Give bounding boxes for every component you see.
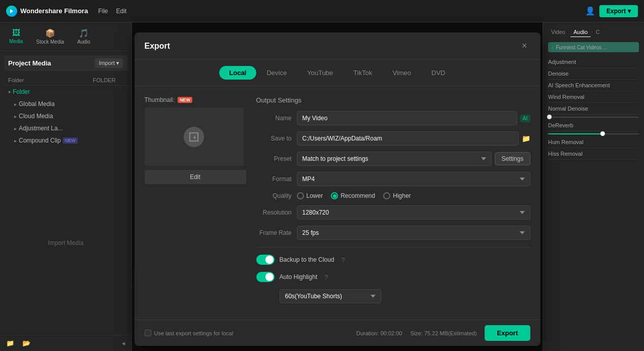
panel-tab-audio[interactable]: Audio (570, 27, 591, 37)
resolution-select[interactable]: 1280x720 (297, 205, 530, 220)
sidebar-item-adjustment-layer[interactable]: ▸ Adjustment La... (4, 122, 127, 134)
panel-tabs: Video Audio C (548, 27, 639, 37)
top-bar: Wondershare Filmora File Edit 👤 Export ▾ (0, 0, 644, 22)
last-export-label: Use last export settings for local (154, 330, 233, 336)
effect-hiss-removal[interactable]: Hiss Removal (548, 148, 639, 160)
effect-hum-removal[interactable]: Hum Removal (548, 136, 639, 148)
de-reverb-slider[interactable] (548, 131, 639, 136)
name-label: Name (256, 115, 292, 122)
audio-note-icon: ♪ (551, 44, 554, 50)
media-tab-icon: 🖼 (12, 28, 20, 38)
tab-media[interactable]: 🖼 Media (4, 26, 28, 47)
frame-rate-select[interactable]: 25 fps (297, 226, 530, 240)
effect-de-reverb[interactable]: DeReverb (548, 120, 639, 131)
name-input-group: AI (297, 111, 530, 125)
tab-stock-media[interactable]: 📦 Stock Media (31, 26, 69, 47)
app-name: Wondershare Filmora (20, 7, 88, 15)
left-panel-toolbar: 📁 📂 ◂ (0, 335, 131, 351)
slider-thumb-2[interactable] (600, 131, 605, 136)
save-to-label: Save to (256, 135, 292, 142)
user-icon[interactable]: 👤 (585, 6, 595, 16)
tab-dvd[interactable]: DVD (421, 66, 455, 80)
tab-audio[interactable]: 🎵 Audio (72, 26, 95, 47)
close-dialog-button[interactable]: × (519, 40, 530, 52)
center-area: ↩ ↪ 🗑 ⊞ 00:00:00 00:00:05:0 Funniest Cat… (132, 22, 543, 351)
quality-options: Lower Recommend Higher (297, 192, 411, 199)
sidebar-item-folder[interactable]: ▾ Folder (4, 86, 127, 98)
slider-fill-2 (548, 133, 602, 134)
toggle-knob-2 (265, 273, 274, 281)
menu-edit[interactable]: Edit (116, 8, 127, 15)
resolution-label: Resolution (256, 209, 292, 216)
format-select[interactable]: MP4 (297, 172, 530, 186)
backup-toggle[interactable] (256, 255, 275, 265)
frame-rate-row: Frame Rate 25 fps (256, 226, 530, 240)
tab-device[interactable]: Device (256, 66, 297, 80)
chevron-down-icon: ▾ (8, 89, 11, 95)
effect-denoise[interactable]: Denoise (548, 68, 639, 80)
edit-thumbnail-button[interactable]: Edit (145, 170, 246, 184)
dialog-body: Thumbnail: NEW Edit (134, 86, 540, 320)
export-top-button[interactable]: Export ▾ (599, 5, 638, 17)
effect-normal-denoise[interactable]: Normal Denoise (548, 103, 639, 115)
save-to-input-group: 📁 (297, 131, 530, 146)
effect-adjustment[interactable]: Adjustment (548, 56, 639, 68)
save-to-input[interactable] (297, 131, 519, 146)
auto-highlight-help-icon[interactable]: ? (324, 273, 328, 281)
radio-recommend[interactable] (331, 192, 338, 199)
chevron-right-icon: ▸ (14, 114, 17, 119)
import-button[interactable]: Import ▾ (95, 58, 123, 68)
new-badge: NEW (178, 97, 192, 103)
name-input[interactable] (297, 111, 518, 125)
settings-button[interactable]: Settings (495, 152, 530, 165)
tab-vimeo[interactable]: Vimeo (382, 66, 421, 80)
stock-tab-icon: 📦 (45, 28, 55, 38)
quality-recommend[interactable]: Recommend (331, 192, 375, 199)
last-export-checkbox[interactable] (145, 330, 151, 336)
sidebar-section: Project Media Import ▾ Folder FOLDER ▾ F… (0, 51, 131, 151)
frame-rate-label: Frame Rate (256, 229, 292, 236)
preset-row: Preset Match to project settings Setting… (256, 152, 530, 166)
tab-tiktok[interactable]: TikTok (343, 66, 382, 80)
quality-lower[interactable]: Lower (297, 192, 323, 199)
chevron-right-icon: ▸ (14, 126, 17, 131)
backup-help-icon[interactable]: ? (342, 256, 345, 264)
menu-file[interactable]: File (98, 8, 108, 15)
auto-highlight-toggle[interactable] (256, 272, 275, 282)
folder-header: Folder FOLDER (4, 75, 127, 86)
preset-select[interactable]: Match to project settings (297, 152, 492, 166)
panel-tab-c[interactable]: C (593, 27, 603, 37)
export-btn-wrapper: Export ➤ (485, 325, 530, 341)
name-row: Name AI (256, 111, 530, 125)
export-dialog: Export × Local Device YouTube TikTok (134, 32, 540, 346)
auto-highlight-select[interactable]: 60s(YouTube Shorts) (280, 289, 381, 303)
collapse-icon[interactable]: ◂ (120, 338, 127, 348)
new-folder-icon[interactable]: 📂 (20, 338, 32, 348)
radio-higher[interactable] (383, 192, 390, 199)
sidebar-item-global-media[interactable]: ▸ Global Media (4, 98, 127, 110)
panel-tab-video[interactable]: Video (548, 27, 568, 37)
quality-higher[interactable]: Higher (383, 192, 411, 199)
checkbox-row: Use last export settings for local (145, 330, 233, 336)
ai-icon[interactable]: AI (520, 115, 530, 122)
add-folder-icon[interactable]: 📁 (4, 338, 16, 348)
effect-ai-speech[interactable]: AI Speech Enhancement (548, 80, 639, 91)
format-row: Format MP4 (256, 172, 530, 186)
tab-youtube[interactable]: YouTube (297, 66, 343, 80)
resolution-row: Resolution 1280x720 (256, 205, 530, 220)
effect-wind-removal[interactable]: Wind Removal (548, 91, 639, 103)
export-dialog-button[interactable]: Export (485, 325, 530, 341)
sidebar-item-cloud-media[interactable]: ▸ Cloud Media (4, 110, 127, 122)
sidebar-item-compound-clip[interactable]: ▸ Compound Clip NEW (4, 134, 127, 147)
normal-denoise-slider[interactable] (548, 115, 639, 120)
tab-local[interactable]: Local (219, 66, 257, 80)
radio-lower[interactable] (297, 192, 304, 199)
thumbnail-box (145, 108, 244, 166)
dialog-title: Export (145, 42, 171, 51)
quality-label: Quality (256, 192, 292, 199)
backup-label: Backup to the Cloud (280, 256, 334, 263)
open-folder-icon[interactable]: 📁 (522, 134, 530, 143)
menu-items: File Edit (98, 8, 126, 15)
project-media-header: Project Media Import ▾ (4, 55, 127, 71)
slider-thumb[interactable] (547, 115, 552, 119)
